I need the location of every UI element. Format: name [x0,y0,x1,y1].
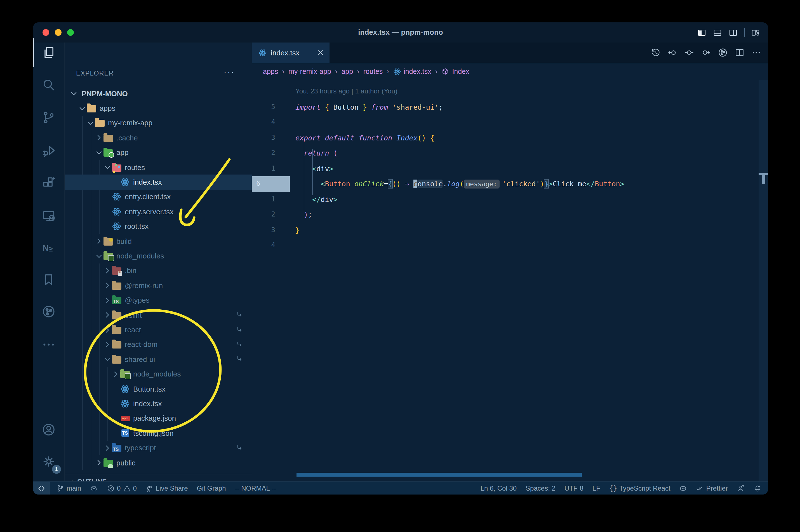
activity-bookmarks[interactable] [33,265,64,294]
status-sync[interactable] [90,484,98,492]
activity-gitlens[interactable] [33,297,64,326]
tree-item-routes[interactable]: routes [65,160,252,175]
line-number: 2 [252,146,275,161]
status-branch[interactable]: main [57,484,81,492]
tree-item--types[interactable]: TS@types [65,293,252,308]
gl-mid-icon[interactable] [684,48,694,58]
panel-right-icon[interactable] [728,28,738,37]
tree-item-index-tsx[interactable]: index.tsx [65,175,252,190]
chevron-down-icon [69,89,78,98]
breadcrumb-item[interactable]: routes [363,68,383,75]
error-icon [107,484,115,492]
vertical-scrollbar[interactable] [759,80,768,482]
history-icon[interactable] [651,48,661,58]
status-problems[interactable]: 00 [107,484,137,492]
activity-ellipsis[interactable] [33,330,64,359]
status-vim-mode[interactable]: -- NORMAL -- [235,484,276,492]
status-cursor-position[interactable]: Ln 6, Col 30 [480,484,517,492]
status-notifications[interactable] [754,484,761,492]
panel-left-icon[interactable] [697,28,707,37]
tree-item-node-modules[interactable]: node_modules [65,249,252,264]
gl-right-icon[interactable] [701,48,711,58]
status-copilot[interactable] [680,484,687,492]
tree-item-build[interactable]: build [65,234,252,249]
status-prettier[interactable]: Prettier [696,484,728,492]
tab-label: index.tsx [271,49,300,57]
split-icon[interactable] [735,48,745,58]
git-circle-icon[interactable] [718,48,728,58]
tree-item-public[interactable]: public [65,455,252,470]
status-encoding[interactable]: UTF-8 [565,484,584,492]
status-indentation[interactable]: Spaces: 2 [526,484,555,492]
tree-item-index-tsx[interactable]: index.tsx [65,396,252,411]
layout-icon[interactable] [751,28,760,37]
horizontal-scrollbar[interactable] [297,473,582,477]
indent-spacer [103,207,112,216]
symlink-icon [236,311,244,319]
file-tree: PNPM-MONOappsmy-remix-app.cacheapproutes… [65,42,252,482]
status-feedback[interactable] [737,484,745,492]
close-tab-icon[interactable] [317,49,324,56]
breadcrumb-item[interactable]: index.tsx [393,68,431,75]
tree-item-entry-client-tsx[interactable]: entry.client.tsx [65,190,252,205]
tree-item--bin[interactable]: 01.bin [65,264,252,278]
tab-index-tsx[interactable]: index.tsx [252,42,329,63]
title-bar[interactable]: index.tsx — pnpm-mono [33,22,768,43]
tree-item-label: public [116,458,135,467]
status-remote-indicator[interactable] [33,482,50,495]
activity-scm[interactable] [33,103,64,132]
tree-item-entry-server-tsx[interactable]: entry.server.tsx [65,204,252,219]
ellipsis-icon[interactable] [751,48,761,58]
tree-item-apps[interactable]: apps [65,101,252,116]
folder-icon [112,164,121,171]
tree-item-label: .bin [125,267,136,275]
status-live-share[interactable]: Live Share [146,484,188,492]
debug-icon [41,143,56,158]
tree-item-shared-ui[interactable]: shared-ui [65,352,252,367]
tree-item-typescript[interactable]: TStypescript [65,440,252,455]
react-icon [112,207,121,216]
activity-settings[interactable]: 1 [33,447,64,476]
breadcrumb-item[interactable]: Index [441,68,469,75]
activity-account[interactable] [33,415,64,444]
tree-item-package-json[interactable]: npmpackage.json [65,411,252,426]
code-editor[interactable]: You, 23 hours ago | 1 author (You)5impor… [252,80,768,482]
warn-icon [123,484,131,492]
activity-nx[interactable]: N≥ [33,233,64,262]
tree-item-react-dom[interactable]: react-dom [65,337,252,352]
activity-files[interactable] [33,38,64,67]
status-git-graph[interactable]: Git Graph [197,484,226,492]
panel-bottom-icon[interactable] [713,28,722,37]
code-line: 2 ); [252,207,768,222]
breadcrumb-item[interactable]: apps [263,68,278,75]
cloud-upload-icon [90,484,98,492]
status-eol[interactable]: LF [592,484,600,492]
activity-extensions[interactable] [33,168,64,197]
tree-item-label: entry.server.tsx [125,208,173,216]
gl-left-icon[interactable] [667,48,678,58]
chevron-right-icon [95,236,103,246]
tree-item-react[interactable]: react [65,323,252,337]
react-icon [112,222,121,231]
activity-search[interactable] [33,71,64,99]
tree-item--cache[interactable]: .cache [65,130,252,145]
tree-item-pnpm-mono[interactable]: PNPM-MONO [65,86,252,101]
tree-item--remix-run[interactable]: @remix-run [65,278,252,293]
tree-item-app[interactable]: app [65,145,252,160]
code-line: 4 [252,115,768,130]
status-right: Ln 6, Col 30Spaces: 2UTF-8LF{}TypeScript… [480,482,768,495]
tree-item-button-tsx[interactable]: Button.tsx [65,381,252,396]
tree-item-eslint[interactable]: eslint [65,308,252,323]
tree-item-root-tsx[interactable]: root.tsx [65,219,252,234]
folder-icon [112,342,121,349]
breadcrumb-item[interactable]: app [341,68,353,75]
breadcrumb-item[interactable]: my-remix-app [288,68,331,75]
tree-item-node-modules[interactable]: node_modules [65,367,252,381]
activity-debug[interactable] [33,136,64,165]
tree-item-tsconfig-json[interactable]: TStsconfig.json [65,426,252,440]
react-icon [120,177,130,187]
tree-item-my-remix-app[interactable]: my-remix-app [65,116,252,131]
gitlens-icon [41,304,56,319]
activity-remote-explorer[interactable] [33,202,64,230]
status-language-mode[interactable]: {}TypeScript React [609,484,670,492]
